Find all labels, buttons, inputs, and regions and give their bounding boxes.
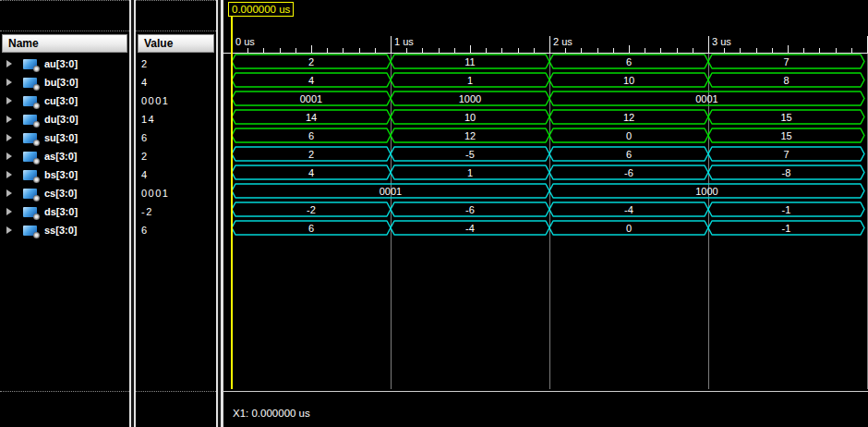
bus-segment-value: 1	[467, 167, 473, 178]
expand-arrow-icon[interactable]	[6, 189, 12, 197]
bus-segment-value: -8	[782, 167, 791, 178]
bus-segment-value: 10	[623, 75, 634, 86]
panel-bottom-divider	[0, 391, 129, 392]
signal-row[interactable]: au[3:0]	[0, 55, 129, 73]
bus-segment-value: 11	[464, 56, 475, 67]
signal-name-label: du[3:0]	[44, 114, 78, 125]
signal-value: 0001	[141, 92, 169, 110]
bus-signal-icon	[23, 96, 37, 106]
bus-segment-value: 12	[623, 112, 634, 123]
signal-name-label: bu[3:0]	[44, 77, 78, 88]
signal-row[interactable]: bs[3:0]	[0, 165, 129, 184]
bus-segment-value: 2	[308, 56, 314, 67]
signal-name-label: cs[3:0]	[44, 188, 77, 199]
bus-segment-value: -1	[782, 223, 791, 234]
signal-name-label: cu[3:0]	[44, 95, 78, 106]
header-top-divider	[136, 30, 216, 31]
expand-arrow-icon[interactable]	[6, 60, 12, 67]
bus-segment-value: 10	[464, 112, 476, 123]
cursor-time-box[interactable]: 0.000000 us	[228, 2, 294, 17]
bus-segment-value: -5	[465, 149, 475, 160]
panel-splitter[interactable]	[216, 0, 223, 427]
expand-arrow-icon[interactable]	[6, 97, 12, 104]
bus-segment-value: -4	[624, 204, 633, 215]
bus-segment-value: 7	[783, 56, 789, 67]
bus-signal-icon	[23, 226, 37, 236]
bus-segment-value: 1000	[459, 93, 481, 104]
signal-value: 4	[141, 73, 149, 92]
bus-signal-icon	[23, 78, 37, 88]
bus-segment-value: 0	[626, 223, 632, 234]
status-x1-label: X1: 0.000000 us	[233, 408, 310, 419]
bus-segment-value: 7	[783, 149, 789, 160]
bus-signal-icon	[23, 207, 37, 217]
signal-value: -2	[141, 202, 153, 221]
ruler-unit-label: 3 us	[712, 36, 731, 47]
signal-value: 6	[141, 221, 149, 239]
bus-segment-value: 2	[308, 149, 314, 160]
bus-segment-value: 4	[308, 167, 314, 178]
signal-name-label: ds[3:0]	[44, 206, 78, 217]
waveform-panel: 0.000000 us 0 us1 us2 us3 us211674110800…	[223, 0, 868, 427]
header-top-divider	[0, 30, 129, 31]
signal-value: 2	[141, 147, 149, 165]
bus-signal-icon	[23, 59, 37, 69]
signal-row[interactable]: bu[3:0]	[0, 73, 129, 92]
bus-signal-icon	[23, 115, 37, 125]
bus-segment-value: 4	[308, 75, 314, 86]
signal-value: 6	[141, 128, 149, 147]
bus-signal-icon	[23, 170, 37, 180]
bus-segment-value: -6	[624, 167, 633, 178]
panel-top-divider	[0, 0, 129, 1]
bus-segment-value: 0001	[300, 93, 322, 104]
bus-segment-value: 0	[626, 130, 632, 141]
name-panel: Name au[3:0]bu[3:0]cu[3:0]du[3:0]su[3:0]…	[0, 0, 129, 427]
bus-segment-value: 0001	[695, 93, 717, 104]
waveform-bottom-border	[223, 391, 868, 392]
expand-arrow-icon[interactable]	[6, 171, 12, 178]
ruler-unit-label: 1 us	[394, 36, 414, 47]
name-column-header[interactable]: Name	[2, 34, 127, 53]
bus-segment-value: 15	[780, 112, 791, 123]
bus-segment-value: 0001	[380, 186, 402, 197]
expand-arrow-icon[interactable]	[6, 208, 12, 215]
bus-segment-value: 8	[783, 75, 789, 86]
signal-row[interactable]: ds[3:0]	[0, 202, 129, 221]
bus-segment-value: 1	[467, 75, 473, 86]
signal-name-label: bs[3:0]	[44, 169, 78, 180]
ruler-unit-label: 0 us	[235, 36, 255, 47]
ruler-unit-label: 2 us	[553, 36, 573, 47]
value-panel: Value 240001146240001-26	[136, 0, 216, 427]
bus-signal-icon	[23, 189, 37, 199]
signal-row[interactable]: ss[3:0]	[0, 221, 129, 239]
bus-segment-value: 15	[780, 130, 791, 141]
expand-arrow-icon[interactable]	[6, 152, 12, 160]
bus-segment-value: 6	[626, 56, 632, 67]
expand-arrow-icon[interactable]	[6, 226, 12, 234]
expand-arrow-icon[interactable]	[6, 79, 12, 86]
value-column-header[interactable]: Value	[138, 34, 214, 53]
waveform-canvas[interactable]: 0 us1 us2 us3 us211674110800011000000114…	[223, 0, 868, 427]
signal-row[interactable]: su[3:0]	[0, 128, 129, 147]
signal-value: 0001	[141, 184, 169, 202]
bus-segment-value: -6	[465, 204, 475, 215]
waveform-viewer-window: Name au[3:0]bu[3:0]cu[3:0]du[3:0]su[3:0]…	[0, 0, 868, 427]
signal-row[interactable]: cu[3:0]	[0, 92, 129, 110]
bus-segment-value: 6	[308, 223, 314, 234]
bus-signal-icon	[23, 133, 37, 143]
signal-name-label: as[3:0]	[44, 151, 77, 162]
signal-value: 4	[141, 165, 149, 184]
bus-segment-value: 12	[464, 130, 476, 141]
expand-arrow-icon[interactable]	[6, 134, 12, 141]
signal-name-label: au[3:0]	[44, 58, 78, 69]
panel-splitter[interactable]	[129, 0, 136, 427]
signal-row[interactable]: cs[3:0]	[0, 184, 129, 202]
signal-name-label: su[3:0]	[44, 132, 78, 143]
signal-row[interactable]: as[3:0]	[0, 147, 129, 165]
signal-row[interactable]: du[3:0]	[0, 110, 129, 128]
expand-arrow-icon[interactable]	[6, 116, 12, 123]
signal-name-label: ss[3:0]	[44, 225, 77, 236]
bus-segment-value: 14	[306, 112, 317, 123]
panel-top-divider	[136, 0, 216, 1]
bus-segment-value: -2	[307, 204, 316, 215]
